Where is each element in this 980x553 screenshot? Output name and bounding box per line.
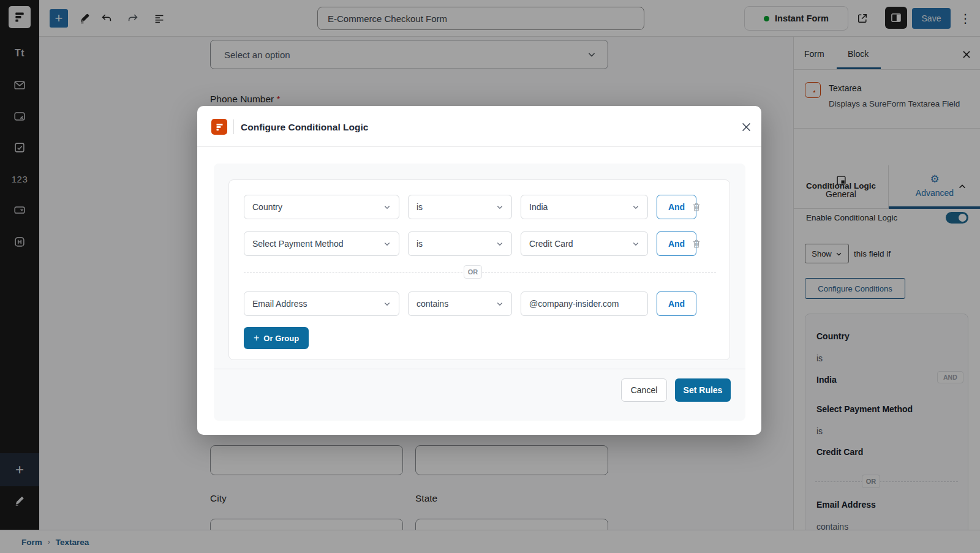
add-or-group-button[interactable]: + Or Group xyxy=(244,327,309,349)
divider xyxy=(197,146,761,147)
chevron-down-icon xyxy=(383,240,391,247)
condition-value-input[interactable] xyxy=(521,292,648,316)
chevron-down-icon xyxy=(632,203,639,211)
condition-operator-select[interactable]: contains xyxy=(408,292,512,316)
chevron-down-icon xyxy=(383,300,391,307)
divider xyxy=(214,369,745,369)
sureforms-logo-icon xyxy=(215,122,224,132)
condition-operator-select[interactable]: is xyxy=(408,231,512,256)
conditions-panel: Country is India And Select Payment xyxy=(214,164,745,421)
configure-conditional-logic-modal: Configure Conditional Logic Country is I… xyxy=(197,106,761,435)
modal-close-icon[interactable] xyxy=(740,121,752,133)
or-badge: OR xyxy=(464,265,482,279)
set-rules-button[interactable]: Set Rules xyxy=(675,378,731,402)
chevron-down-icon xyxy=(496,300,503,307)
sureforms-modal-logo xyxy=(211,119,227,135)
condition-field-select[interactable]: Select Payment Method xyxy=(244,231,399,256)
chevron-down-icon xyxy=(632,240,639,247)
conditions-group-card: Country is India And Select Payment xyxy=(228,179,730,360)
divider xyxy=(233,119,234,134)
delete-condition-icon[interactable] xyxy=(690,195,703,219)
chevron-down-icon xyxy=(496,203,503,211)
condition-value-select[interactable]: India xyxy=(521,195,648,219)
plus-icon: + xyxy=(254,333,259,344)
modal-title: Configure Conditional Logic xyxy=(241,122,368,133)
condition-operator-select[interactable]: is xyxy=(408,195,512,219)
condition-field-select[interactable]: Country xyxy=(244,195,399,219)
delete-condition-icon[interactable] xyxy=(690,231,703,256)
condition-field-select[interactable]: Email Address xyxy=(244,292,399,316)
chevron-down-icon xyxy=(496,240,503,247)
cancel-button[interactable]: Cancel xyxy=(621,378,667,402)
chevron-down-icon xyxy=(383,203,391,211)
and-button[interactable]: And xyxy=(657,292,696,316)
app-window: + E-Commerce Checkout Form Instant Form … xyxy=(0,0,980,553)
condition-value-select[interactable]: Credit Card xyxy=(521,231,648,256)
